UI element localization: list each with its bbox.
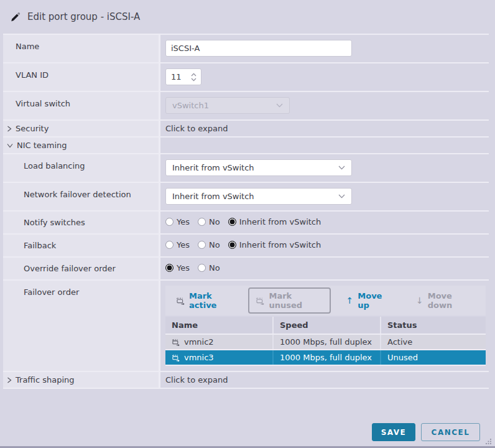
mark-active-label: Mark active	[189, 291, 238, 310]
arrow-down-icon: ↓	[416, 296, 423, 305]
nic-status: Active	[380, 335, 486, 349]
spinner-up-icon[interactable]	[191, 73, 197, 77]
form-rows: Name VLAN ID 11 Virtual switch	[3, 34, 489, 389]
row-security[interactable]: Security Click to expand	[3, 121, 489, 138]
traffic-shaping-hint: Click to expand	[165, 375, 228, 385]
failback-label: Failback	[3, 235, 160, 256]
dialog-footer: SAVE CANCEL	[372, 423, 480, 441]
security-hint: Click to expand	[165, 124, 228, 133]
virtual-switch-label: Virtual switch	[3, 92, 160, 119]
move-up-button[interactable]: ↑ Move up	[339, 287, 400, 314]
dialog-title: Edit port group - iSCSI-A	[27, 11, 140, 22]
row-load-balancing: Load balancing Inherit from vSwitch	[3, 154, 489, 183]
load-balancing-select[interactable]: Inherit from vSwitch	[165, 159, 352, 176]
nic-icon	[172, 354, 180, 362]
failover-order-label: Failover order	[3, 281, 160, 371]
radio-label: No	[209, 240, 220, 250]
save-button[interactable]: SAVE	[372, 423, 415, 441]
cancel-button[interactable]: CANCEL	[421, 423, 480, 441]
radio-label: Yes	[177, 240, 190, 250]
resize-grip[interactable]	[485, 438, 492, 445]
nic-icon	[176, 297, 185, 305]
radio-icon	[198, 241, 206, 249]
virtual-switch-select: vSwitch1	[165, 97, 290, 114]
move-down-label: Move down	[428, 291, 475, 310]
nic-status: Unused	[380, 350, 486, 365]
row-vlan-id: VLAN ID 11	[3, 63, 489, 92]
radio-icon	[198, 264, 206, 272]
column-header-speed: Speed	[272, 317, 380, 334]
row-virtual-switch: Virtual switch vSwitch1	[3, 92, 489, 121]
dialog-titlebar: Edit port group - iSCSI-A	[0, 0, 495, 34]
table-row-vmnic3[interactable]: vmnic3 1000 Mbps, full duplex Unused	[165, 350, 486, 366]
row-notify-switches: Notify switches Yes No Inherit from vSwi…	[3, 212, 489, 235]
override-radio-yes[interactable]: Yes	[165, 263, 190, 273]
notify-switches-radio-yes[interactable]: Yes	[165, 217, 190, 226]
move-down-button[interactable]: ↓ Move down	[409, 287, 483, 314]
column-header-status: Status	[380, 317, 486, 334]
mark-unused-label: Mark unused	[269, 291, 323, 310]
security-header[interactable]: Security	[3, 121, 160, 136]
radio-icon	[165, 241, 173, 249]
notify-switches-radio-group: Yes No Inherit from vSwitch	[165, 217, 481, 226]
radio-icon	[198, 218, 206, 226]
network-failover-detection-value: Inherit from vSwitch	[172, 192, 254, 201]
column-header-name: Name	[165, 317, 272, 334]
move-up-label: Move up	[358, 291, 393, 310]
radio-label: No	[209, 217, 220, 226]
table-row-vmnic2[interactable]: vmnic2 1000 Mbps, full duplex Active	[165, 335, 486, 350]
virtual-switch-value: vSwitch1	[172, 101, 209, 110]
failback-radio-group: Yes No Inherit from vSwitch	[165, 240, 481, 250]
traffic-shaping-header[interactable]: Traffic shaping	[3, 372, 160, 388]
notify-switches-label: Notify switches	[3, 212, 160, 233]
radio-label: Inherit from vSwitch	[239, 240, 322, 250]
row-override-failover-order: Override failover order Yes No	[3, 258, 489, 281]
failover-order-toolbar: Mark active Mark unused	[165, 286, 486, 315]
name-label: Name	[3, 35, 160, 62]
failover-table-header: Name Speed Status	[165, 317, 486, 335]
pencil-icon	[10, 12, 21, 22]
failback-radio-inherit[interactable]: Inherit from vSwitch	[228, 240, 322, 250]
row-traffic-shaping[interactable]: Traffic shaping Click to expand	[3, 372, 489, 389]
override-radio-no[interactable]: No	[198, 263, 220, 273]
chevron-right-icon	[7, 126, 12, 132]
row-failback: Failback Yes No Inherit from vSwitch	[3, 235, 489, 258]
chevron-down-icon	[338, 166, 345, 170]
mark-unused-button[interactable]: Mark unused	[248, 287, 330, 314]
chevron-down-icon	[338, 194, 345, 198]
nic-name: vmnic3	[184, 353, 214, 362]
mark-active-button[interactable]: Mark active	[169, 287, 245, 314]
radio-label: Inherit from vSwitch	[239, 217, 322, 226]
radio-selected-icon	[165, 264, 173, 272]
network-failover-detection-select[interactable]: Inherit from vSwitch	[165, 188, 352, 205]
row-name: Name	[3, 35, 489, 63]
nic-speed: 1000 Mbps, full duplex	[272, 335, 380, 349]
chevron-down-icon	[276, 103, 283, 108]
row-failover-order: Failover order Mark active	[3, 281, 489, 372]
override-failover-order-label: Override failover order	[3, 258, 160, 279]
radio-label: No	[209, 263, 220, 273]
name-input[interactable]	[165, 40, 352, 57]
radio-label: Yes	[177, 263, 190, 273]
radio-label: Yes	[177, 217, 190, 226]
row-network-failover-detection: Network failover detection Inherit from …	[3, 183, 489, 212]
nic-teaming-header[interactable]: NIC teaming	[3, 138, 160, 153]
chevron-down-icon	[7, 143, 13, 148]
vlan-id-label: VLAN ID	[3, 63, 160, 91]
notify-switches-radio-inherit[interactable]: Inherit from vSwitch	[228, 217, 322, 226]
spinner-down-icon[interactable]	[191, 78, 197, 82]
nic-icon	[172, 338, 180, 346]
radio-selected-icon	[228, 241, 236, 249]
failback-radio-yes[interactable]: Yes	[165, 240, 190, 250]
notify-switches-radio-no[interactable]: No	[198, 217, 220, 226]
radio-selected-icon	[228, 218, 236, 226]
vlan-id-stepper[interactable]: 11	[165, 68, 201, 85]
chevron-right-icon	[7, 377, 12, 383]
row-nic-teaming[interactable]: NIC teaming	[3, 138, 489, 154]
nic-icon	[256, 297, 264, 305]
vlan-id-value: 11	[166, 72, 188, 82]
failback-radio-no[interactable]: No	[198, 240, 220, 250]
network-failover-detection-label: Network failover detection	[3, 183, 160, 210]
arrow-up-icon: ↑	[346, 296, 354, 305]
override-failover-order-radio-group: Yes No	[165, 263, 481, 273]
